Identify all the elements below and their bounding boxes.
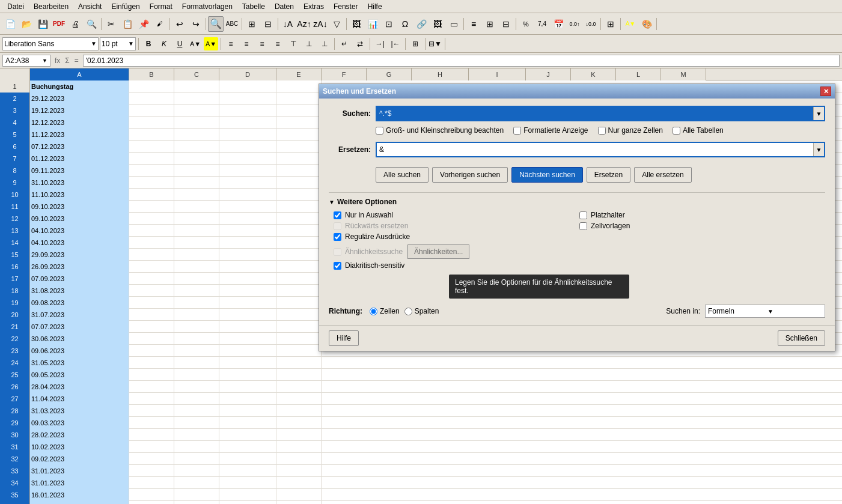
checkbox-alle-tabellen-input[interactable] <box>673 127 680 135</box>
cell[interactable] <box>129 285 174 297</box>
bold-button[interactable]: B <box>141 37 156 50</box>
row-number[interactable]: 30 <box>0 429 30 441</box>
menu-einfuegen[interactable]: Einfügen <box>106 1 144 12</box>
cell[interactable] <box>219 333 276 345</box>
cell[interactable] <box>174 321 219 333</box>
redo-button[interactable]: ↪ <box>188 16 204 32</box>
row-number[interactable]: 21 <box>0 321 30 333</box>
cell-a[interactable]: 31.05.2023 <box>30 357 129 369</box>
cell[interactable] <box>276 321 322 333</box>
cell[interactable] <box>174 80 219 93</box>
alle-suchen-button[interactable]: Alle suchen <box>376 167 429 183</box>
align-center-button[interactable]: ≡ <box>239 37 254 50</box>
cell-a[interactable]: 28.02.2023 <box>30 429 129 441</box>
cell[interactable] <box>219 129 276 141</box>
suchen-in-select[interactable]: Formeln ▼ <box>705 305 825 318</box>
cell[interactable] <box>219 321 276 333</box>
cell[interactable] <box>219 453 276 465</box>
indent-inc-button[interactable]: →| <box>373 37 387 50</box>
col-header-d[interactable]: D <box>219 68 276 80</box>
cell-a[interactable]: 31.03.2023 <box>30 405 129 417</box>
cell[interactable] <box>276 369 322 381</box>
cell[interactable] <box>129 105 174 117</box>
cell[interactable] <box>276 80 322 93</box>
cell[interactable] <box>174 273 219 285</box>
indent-dec-button[interactable]: |← <box>388 37 403 50</box>
text-dir-button[interactable]: ⇄ <box>353 37 367 50</box>
col-header-b[interactable]: B <box>129 68 174 80</box>
option-nur-in-auswahl-input[interactable] <box>334 211 341 219</box>
row-number[interactable]: 32 <box>0 453 30 465</box>
cell[interactable] <box>276 201 322 213</box>
cell[interactable] <box>276 93 322 105</box>
decimal-dec-button[interactable]: ↓0.0 <box>583 16 599 32</box>
cell-a[interactable]: 31.01.2023 <box>30 465 129 477</box>
cell[interactable] <box>219 477 276 489</box>
cell[interactable] <box>219 345 276 357</box>
cell[interactable] <box>219 261 276 273</box>
format-paint-button[interactable]: 🖌 <box>152 16 168 32</box>
cell[interactable] <box>129 465 174 477</box>
col-header-a[interactable]: A <box>30 68 129 80</box>
cell[interactable] <box>219 141 276 153</box>
cell-a[interactable]: 28.04.2023 <box>30 381 129 393</box>
cell-a[interactable]: 19.12.2023 <box>30 105 129 117</box>
cell[interactable] <box>129 357 174 369</box>
cell[interactable] <box>276 237 322 249</box>
cell[interactable] <box>276 345 322 357</box>
cell-a[interactable]: 07.07.2023 <box>30 321 129 333</box>
cell[interactable] <box>219 381 276 393</box>
cell[interactable] <box>174 405 219 417</box>
row-number[interactable]: 33 <box>0 465 30 477</box>
checkbox-gross-klein-input[interactable] <box>376 127 383 135</box>
cell-a[interactable]: 04.10.2023 <box>30 225 129 237</box>
menu-ansicht[interactable]: Ansicht <box>73 1 106 12</box>
cell-ref-dropdown[interactable]: ▼ <box>42 58 47 64</box>
cell[interactable] <box>219 105 276 117</box>
cell[interactable] <box>174 501 219 504</box>
pagebreak-button[interactable]: ⊟ <box>498 16 514 32</box>
cell[interactable] <box>276 417 322 429</box>
row-number[interactable]: 1 <box>0 80 30 93</box>
row-number[interactable]: 27 <box>0 393 30 405</box>
cell[interactable] <box>276 501 322 504</box>
font-size-select[interactable]: 10 pt ▼ <box>100 37 136 50</box>
cell[interactable] <box>129 309 174 321</box>
col-header-j[interactable]: J <box>526 68 571 80</box>
new-button[interactable]: 📄 <box>2 16 18 32</box>
row-number[interactable]: 16 <box>0 261 30 273</box>
aehnlichkeiten-button[interactable]: Ähnlichkeiten... <box>407 244 469 259</box>
richtung-zeilen[interactable]: Zeilen <box>370 307 400 315</box>
row-number[interactable]: 22 <box>0 333 30 345</box>
col-header-f[interactable]: F <box>322 68 367 80</box>
pivot-button[interactable]: ⊡ <box>381 16 397 32</box>
cut-button[interactable]: ✂ <box>103 16 119 32</box>
row-number[interactable]: 23 <box>0 345 30 357</box>
menu-bearbeiten[interactable]: Bearbeiten <box>29 1 73 12</box>
open-button[interactable]: 📂 <box>19 16 34 32</box>
cell[interactable] <box>129 369 174 381</box>
menu-tabelle[interactable]: Tabelle <box>237 1 270 12</box>
cell[interactable] <box>174 465 219 477</box>
row-number[interactable]: 10 <box>0 189 30 201</box>
fx-icon[interactable]: fx <box>53 56 62 65</box>
sort-za-button[interactable]: zA↓ <box>313 16 328 32</box>
cell[interactable] <box>129 321 174 333</box>
cell[interactable] <box>174 333 219 345</box>
row-number[interactable]: 15 <box>0 249 30 261</box>
cell[interactable] <box>174 189 219 201</box>
menu-formatvorlagen[interactable]: Formatvorlagen <box>177 1 237 12</box>
cell[interactable] <box>219 189 276 201</box>
cell[interactable] <box>174 261 219 273</box>
suchen-input[interactable] <box>377 107 813 120</box>
cell[interactable] <box>129 333 174 345</box>
cell[interactable] <box>174 213 219 225</box>
menu-format[interactable]: Format <box>145 1 177 12</box>
copy-button[interactable]: 📋 <box>120 16 135 32</box>
cell-a[interactable]: 09.11.2023 <box>30 165 129 177</box>
ersetzen-input[interactable] <box>377 143 813 156</box>
cell-a[interactable]: 09.02.2023 <box>30 453 129 465</box>
cell[interactable] <box>129 393 174 405</box>
cell-a[interactable]: 10.02.2023 <box>30 441 129 453</box>
cell-a[interactable]: Buchungstag <box>30 80 129 93</box>
